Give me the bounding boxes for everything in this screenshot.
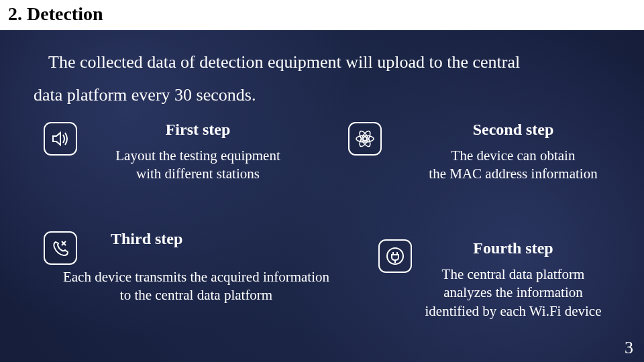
- second-step-desc: The device can obtain the MAC address in…: [389, 147, 637, 184]
- subtitle-line1: The collected data of detection equipmen…: [48, 52, 520, 72]
- speaker-icon: [44, 122, 77, 156]
- fourth-step-desc: The central data platform analyzes the i…: [389, 265, 637, 320]
- atom-icon: [348, 122, 382, 156]
- fourth-step-title: Fourth step: [389, 239, 637, 257]
- page-number: 3: [625, 338, 633, 358]
- slide-title: 2. Detection: [0, 0, 644, 30]
- subtitle-line2: data platform every 30 seconds.: [34, 85, 256, 105]
- first-step-desc: Layout the testing equipment with differ…: [87, 147, 309, 184]
- third-step-desc: Each device transmits the acquired infor…: [47, 268, 345, 305]
- second-step-title: Second step: [389, 121, 637, 139]
- slide-subtitle: The collected data of detection equipmen…: [34, 46, 631, 112]
- svg-point-0: [363, 137, 367, 141]
- first-step-title: First step: [87, 121, 309, 139]
- third-step-title: Third step: [111, 230, 345, 248]
